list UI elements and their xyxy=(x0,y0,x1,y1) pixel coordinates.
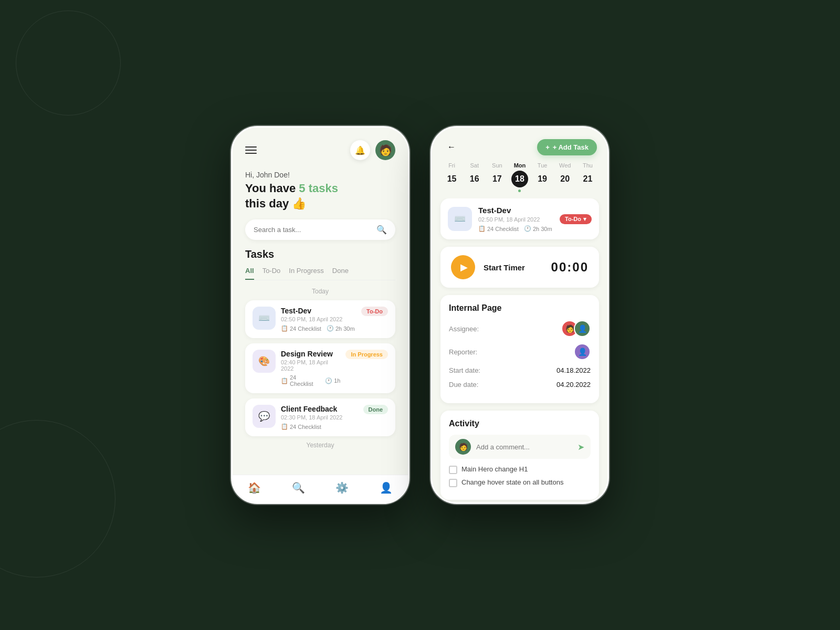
tab-todo[interactable]: To-Do xyxy=(262,267,281,280)
checklist-text-2: Change hover state on all buttons xyxy=(461,478,563,486)
play-button[interactable]: ▶ xyxy=(451,255,475,279)
clock-icon: 🕐 xyxy=(327,325,334,332)
reporter-avatar: 👤 xyxy=(574,343,591,360)
search-input[interactable] xyxy=(254,226,372,234)
detail-task-info: Test-Dev 02:50 PM, 18 April 2022 📋 24 Ch… xyxy=(478,206,553,232)
group-label-yesterday: Yesterday xyxy=(245,442,395,449)
assignee-avatars: 🧑 👤 xyxy=(561,320,591,337)
bell-button[interactable]: 🔔 xyxy=(350,140,370,160)
add-task-button[interactable]: + + Add Task xyxy=(537,139,597,155)
cal-day-num-wed: 20 xyxy=(556,171,573,187)
phone-right: ← + + Add Task Fri 15 Sat 16 Sun 17 Mon xyxy=(430,126,609,504)
cal-day-sat[interactable]: Sat 16 xyxy=(466,162,483,192)
cal-day-tue[interactable]: Tue 19 xyxy=(534,162,551,192)
checklist-item-1: Main Hero change H1 xyxy=(449,465,591,474)
home-icon: 🏠 xyxy=(248,481,261,494)
nav-search[interactable]: 🔍 xyxy=(292,481,305,494)
start-date-value: 04.18.2022 xyxy=(556,366,591,374)
checklist-item-2: Change hover state on all buttons xyxy=(449,478,591,487)
tab-inprogress[interactable]: In Progress xyxy=(289,267,323,280)
cal-day-name-thu: Thu xyxy=(583,162,593,169)
detail-checklist: 📋 24 Checklist xyxy=(478,225,519,232)
task-name-design-review: Design Review xyxy=(281,350,340,358)
task-info-design-review: Design Review 02:40 PM, 18 April 2022 📋 … xyxy=(281,350,340,387)
profile-icon: 👤 xyxy=(380,481,393,494)
task-card-client-feedback[interactable]: 💬 Client Feedback 02:30 PM, 18 April 202… xyxy=(245,398,395,436)
phones-container: 🔔 🧑 Hi, John Doe! You have 5 tasks this … xyxy=(231,126,609,504)
detail-task-meta: 📋 24 Checklist 🕐 2h 30m xyxy=(478,225,553,232)
cal-day-name-wed: Wed xyxy=(559,162,571,169)
cal-day-thu[interactable]: Thu 21 xyxy=(579,162,596,192)
clock-icon-detail: 🕐 xyxy=(524,225,531,232)
checkbox-2[interactable] xyxy=(449,479,457,487)
detail-status-badge[interactable]: To-Do ▾ xyxy=(560,214,592,224)
greeting-section: Hi, John Doe! You have 5 tasks this day … xyxy=(233,165,408,219)
task-name-test-dev: Test-Dev xyxy=(281,307,356,315)
timer-display: 00:00 xyxy=(551,260,589,275)
detail-task-name: Test-Dev xyxy=(478,206,553,215)
task-meta-design-review: 📋 24 Checklist 🕐 1h xyxy=(281,374,340,387)
cal-day-name-sat: Sat xyxy=(470,162,479,169)
search-icon: 🔍 xyxy=(376,225,387,235)
comment-row: 🧑 ➤ xyxy=(449,435,591,459)
activity-card: Activity 🧑 ➤ Main Hero change H1 Change … xyxy=(440,411,599,500)
cal-day-wed[interactable]: Wed 20 xyxy=(556,162,573,192)
user-avatar: 🧑 xyxy=(379,144,392,156)
reporter-label: Reporter: xyxy=(449,348,477,356)
start-date-label: Start date: xyxy=(449,366,480,374)
due-date-label: Due date: xyxy=(449,381,478,388)
reporter-row: Reporter: 👤 xyxy=(449,343,591,360)
nav-settings[interactable]: ⚙️ xyxy=(335,481,349,494)
tab-all[interactable]: All xyxy=(245,267,254,280)
back-button[interactable]: ← xyxy=(443,138,460,156)
task-date-client-feedback: 02:30 PM, 18 April 2022 xyxy=(281,414,358,421)
greeting-tasks: You have 5 tasks this day 👍 xyxy=(245,181,395,211)
cal-day-mon[interactable]: Mon 18 xyxy=(511,162,528,192)
task-date-design-review: 02:40 PM, 18 April 2022 xyxy=(281,359,340,372)
task-icon-client-feedback: 💬 xyxy=(253,405,276,428)
assignee-label: Assignee: xyxy=(449,325,479,333)
greeting-suffix: this day 👍 xyxy=(245,197,306,210)
tab-done[interactable]: Done xyxy=(332,267,349,280)
settings-icon: ⚙️ xyxy=(335,481,349,494)
group-label-today: Today xyxy=(245,288,395,295)
search-bar[interactable]: 🔍 xyxy=(245,219,395,240)
tasks-section: Tasks All To-Do In Progress Done Today ⌨… xyxy=(233,248,408,449)
right-content: ⌨️ Test-Dev 02:50 PM, 18 April 2022 📋 24… xyxy=(432,198,607,504)
cal-day-num-sun: 17 xyxy=(489,171,506,187)
cal-day-name-fri: Fri xyxy=(448,162,455,169)
comment-input[interactable] xyxy=(476,443,572,451)
task-card-test-dev[interactable]: ⌨️ Test-Dev 02:50 PM, 18 April 2022 📋 24… xyxy=(245,300,395,338)
assignee-row: Assignee: 🧑 👤 xyxy=(449,320,591,337)
task-icon-test-dev: ⌨️ xyxy=(253,307,276,330)
checkbox-1[interactable] xyxy=(449,466,457,474)
internal-page-card: Internal Page Assignee: 🧑 👤 Reporter: 👤 xyxy=(440,295,599,403)
task-date-test-dev: 02:50 PM, 18 April 2022 xyxy=(281,316,356,322)
comment-avatar: 🧑 xyxy=(455,439,471,455)
task-time-design: 🕐 1h xyxy=(325,377,340,384)
clock-icon-2: 🕐 xyxy=(325,377,332,384)
right-header: ← + + Add Task xyxy=(432,128,607,162)
cal-day-num-tue: 19 xyxy=(534,171,551,187)
timer-card: ▶ Start Timer 00:00 xyxy=(440,247,599,288)
send-button[interactable]: ➤ xyxy=(578,442,584,452)
task-info-client-feedback: Client Feedback 02:30 PM, 18 April 2022 … xyxy=(281,405,358,430)
left-header: 🔔 🧑 xyxy=(233,128,408,165)
detail-time-val: 2h 30m xyxy=(533,226,552,232)
task-detail-card[interactable]: ⌨️ Test-Dev 02:50 PM, 18 April 2022 📋 24… xyxy=(440,198,599,239)
nav-home[interactable]: 🏠 xyxy=(248,481,261,494)
tasks-tabs: All To-Do In Progress Done xyxy=(245,267,395,280)
task-info-test-dev: Test-Dev 02:50 PM, 18 April 2022 📋 24 Ch… xyxy=(281,307,356,332)
task-card-design-review[interactable]: 🎨 Design Review 02:40 PM, 18 April 2022 … xyxy=(245,343,395,393)
status-badge-design-review: In Progress xyxy=(345,350,388,359)
cal-day-sun[interactable]: Sun 17 xyxy=(489,162,506,192)
checklist-icon-3: 📋 xyxy=(281,423,288,430)
detail-time: 🕐 2h 30m xyxy=(524,225,552,232)
cal-day-fri[interactable]: Fri 15 xyxy=(444,162,460,192)
avatar-button[interactable]: 🧑 xyxy=(375,140,395,160)
chevron-down-icon: ▾ xyxy=(583,216,586,223)
start-date-row: Start date: 04.18.2022 xyxy=(449,366,591,374)
nav-profile[interactable]: 👤 xyxy=(380,481,393,494)
menu-icon[interactable] xyxy=(245,146,257,154)
cal-day-name-tue: Tue xyxy=(538,162,548,169)
